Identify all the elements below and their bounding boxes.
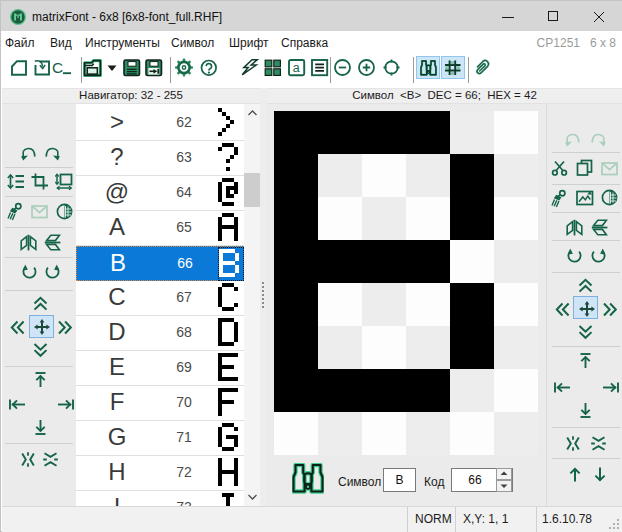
svg-text:C: C bbox=[52, 59, 63, 76]
svg-text:a: a bbox=[293, 61, 300, 75]
